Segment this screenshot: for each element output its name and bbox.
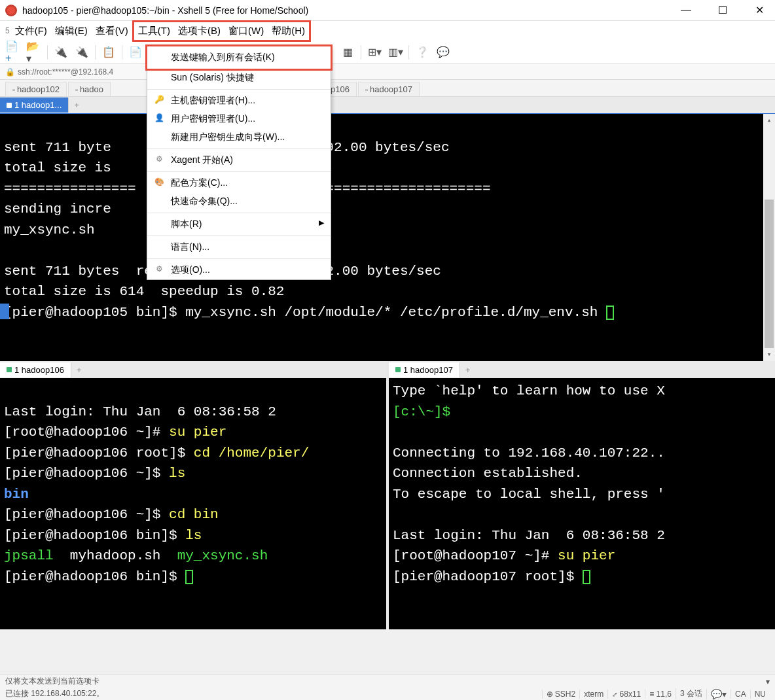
- toolbar: 📄+ 📂▾ 🔌 🔌 📋 📄 📋 🔍 A A▾ 🌀 🌀 ⛶ 🔒 ▦ ⊞▾ ▥▾ ❔…: [0, 41, 775, 64]
- app-icon: [5, 5, 17, 16]
- host-key-icon: 🔑: [154, 95, 164, 104]
- cursor-icon: [583, 570, 590, 584]
- menu-host-key[interactable]: 🔑主机密钥管理者(H)...: [147, 92, 331, 110]
- separator: [147, 213, 331, 213]
- menu-lang[interactable]: 语言(N)...: [147, 238, 331, 256]
- status-sessions: 3 会话: [676, 688, 706, 699]
- arrange-icon[interactable]: ▥▾: [388, 44, 403, 60]
- new-session-icon[interactable]: 📄+: [5, 44, 21, 60]
- status-dot-icon: [395, 367, 401, 372]
- status-connection: 已连接 192.168.40.105:22。: [5, 688, 104, 699]
- session-tab-hadoop107[interactable]: ▫hadoop107: [358, 82, 420, 96]
- properties-icon[interactable]: 📋: [101, 44, 117, 60]
- tab-status-icon: ▫: [12, 86, 15, 94]
- selection-marker: [0, 304, 9, 319]
- transparent-icon[interactable]: ▦: [340, 44, 355, 60]
- gear-icon: ⚙: [154, 264, 164, 273]
- open-icon[interactable]: 📂▾: [26, 44, 42, 60]
- terminal-hadoop105[interactable]: sent 711 byte tes 1,492.00 bytes/sec tot…: [0, 114, 775, 361]
- menubar: 5 文件(F) 编辑(E) 查看(V) 工具(T) 选项卡(B) 窗口(W) 帮…: [0, 21, 775, 41]
- pane-tab-hadoop106[interactable]: 1 hadoop106: [0, 362, 71, 377]
- xagent-icon: ⚙: [154, 154, 164, 164]
- chevron-right-icon: ▶: [319, 219, 324, 227]
- pane-tab-hadoop107[interactable]: 1 hadoop107: [389, 362, 460, 377]
- close-button[interactable]: ✕: [749, 4, 770, 16]
- status-dot-icon: [7, 103, 12, 108]
- menu-send-keys[interactable]: 发送键输入到所有会话(K): [145, 44, 333, 71]
- separator: [122, 45, 122, 60]
- status-term: xterm: [579, 690, 607, 699]
- minimize-button[interactable]: —: [676, 4, 696, 16]
- menu-color[interactable]: 🎨配色方案(C)...: [147, 174, 331, 192]
- user-key-icon: 👤: [154, 113, 164, 122]
- add-pane-button[interactable]: +: [460, 363, 476, 377]
- separator: [147, 236, 331, 236]
- status-size: ⤢ 68x11: [607, 690, 645, 699]
- separator: [147, 149, 331, 149]
- status-position: ≡ 11,6: [645, 690, 676, 699]
- help-icon[interactable]: ❔: [414, 44, 430, 60]
- scrollbar[interactable]: ▴ ▾: [763, 114, 775, 361]
- statusbar: 仅将文本发送到当前选项卡 ▾ 已连接 192.168.40.105:22。 ⊕ …: [0, 674, 775, 700]
- add-pane-button[interactable]: +: [71, 363, 87, 377]
- pane-hadoop107: 1 hadoop107 + Type `help' to learn how t…: [389, 361, 775, 629]
- terminal-hadoop107[interactable]: Type `help' to learn how to use X [c:\~]…: [389, 378, 775, 629]
- terminal-hadoop106[interactable]: Last login: Thu Jan 6 08:36:58 2 [root@h…: [0, 378, 386, 629]
- tab-status-icon: ▫: [365, 86, 368, 94]
- menu-file[interactable]: 文件(F): [11, 22, 51, 40]
- maximize-button[interactable]: ☐: [712, 4, 733, 16]
- tab-status-icon: ▫: [75, 86, 78, 94]
- pane-hadoop106: 1 hadoop106 + Last login: Thu Jan 6 08:3…: [0, 361, 389, 629]
- status-num: NU: [750, 690, 770, 699]
- add-pane-button[interactable]: +: [69, 98, 84, 112]
- menu-xagent[interactable]: ⚙Xagent 开始(A): [147, 151, 331, 169]
- separator: [147, 89, 331, 90]
- reconnect-icon[interactable]: 🔌: [53, 44, 69, 60]
- menu-sun-shortcuts[interactable]: Sun (Solaris) 快捷键: [147, 69, 331, 87]
- session-tabs: ▫hadoop102 ▫hadoo ▫hadoop106 ▫hadoop107: [0, 80, 775, 97]
- session-tab-hadoop102[interactable]: ▫hadoop102: [5, 82, 67, 96]
- menu-window[interactable]: 窗口(W): [225, 22, 268, 40]
- chevron-down-icon[interactable]: ▾: [766, 677, 770, 686]
- address-bar: 🔒 ssh://root:******@192.168.4: [0, 64, 775, 80]
- status-caps: CA: [730, 690, 750, 699]
- add-tab-icon[interactable]: ⊞▾: [367, 44, 382, 60]
- session-tab-hadoo[interactable]: ▫hadoo: [68, 82, 111, 96]
- menu-user-key[interactable]: 👤用户密钥管理者(U)...: [147, 110, 331, 128]
- menu-help[interactable]: 帮助(H): [268, 22, 309, 40]
- menu-edit[interactable]: 编辑(E): [51, 22, 92, 40]
- top-pane-tabs: 1 hadoop1... +: [0, 97, 775, 114]
- separator: [147, 258, 331, 259]
- pane-tab-hadoop105[interactable]: 1 hadoop1...: [0, 97, 69, 113]
- titlebar: hadoop105 - pier@hadoop105:~/bin - Xshel…: [0, 0, 775, 21]
- window-title: hadoop105 - pier@hadoop105:~/bin - Xshel…: [22, 5, 676, 16]
- separator: [408, 45, 409, 60]
- menu-options[interactable]: ⚙选项(O)...: [147, 261, 331, 279]
- separator: [361, 45, 361, 60]
- lock-small-icon: 🔒: [5, 67, 15, 77]
- status-ssh: ⊕ SSH2: [542, 690, 580, 699]
- speech-icon[interactable]: 💬: [435, 44, 451, 60]
- copy-icon[interactable]: 📄: [128, 44, 143, 60]
- scroll-thumb[interactable]: [765, 200, 774, 348]
- tools-dropdown: 发送键输入到所有会话(K) Sun (Solaris) 快捷键 🔑主机密钥管理者…: [147, 46, 331, 280]
- disconnect-icon[interactable]: 🔌: [74, 44, 90, 60]
- menu-tabs[interactable]: 选项卡(B): [174, 22, 225, 40]
- speech-small-icon[interactable]: 💬▾: [706, 689, 730, 699]
- menu-new-key[interactable]: 新建用户密钥生成向导(W)...: [147, 128, 331, 147]
- menu-highlight-box: 工具(T) 选项卡(B) 窗口(W) 帮助(H): [132, 20, 311, 42]
- br-pane-tabs: 1 hadoop107 +: [389, 361, 775, 378]
- menu-script[interactable]: 脚本(R)▶: [147, 215, 331, 234]
- cursor-icon: [185, 570, 193, 584]
- palette-icon: 🎨: [154, 177, 164, 186]
- bottom-panes: 1 hadoop106 + Last login: Thu Jan 6 08:3…: [0, 361, 775, 629]
- window-controls: — ☐ ✕: [676, 4, 770, 16]
- separator: [95, 45, 96, 60]
- menu-quick[interactable]: 快速命令集(Q)...: [147, 192, 331, 211]
- menu-tools[interactable]: 工具(T): [134, 22, 174, 40]
- scroll-down-icon[interactable]: ▾: [766, 348, 773, 362]
- bl-pane-tabs: 1 hadoop106 +: [0, 361, 386, 378]
- menu-view[interactable]: 查看(V): [92, 22, 132, 40]
- scroll-up-icon[interactable]: ▴: [766, 114, 773, 128]
- address-text[interactable]: ssh://root:******@192.168.4: [18, 67, 113, 77]
